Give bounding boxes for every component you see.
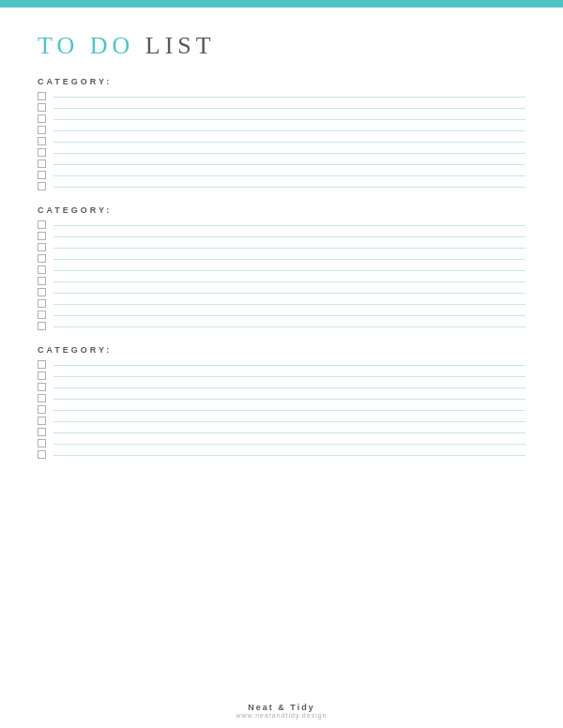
todo-line xyxy=(53,432,525,433)
checkbox[interactable] xyxy=(38,254,46,263)
checkbox[interactable] xyxy=(38,360,46,369)
checkbox[interactable] xyxy=(38,148,46,157)
todo-line xyxy=(53,421,525,422)
checkbox[interactable] xyxy=(38,171,46,179)
todo-item xyxy=(38,383,525,391)
todo-item xyxy=(38,137,525,145)
checkbox[interactable] xyxy=(38,220,46,229)
todo-item xyxy=(38,360,525,369)
checkbox[interactable] xyxy=(38,311,46,319)
checkbox[interactable] xyxy=(38,322,46,330)
todo-line xyxy=(53,97,525,98)
todo-line xyxy=(53,281,525,282)
category-section-2: CATEGORY: xyxy=(38,205,525,330)
todo-line xyxy=(53,187,525,188)
checkbox[interactable] xyxy=(38,417,46,425)
todo-line xyxy=(53,387,525,388)
checkbox[interactable] xyxy=(38,277,46,285)
todo-item xyxy=(38,311,525,319)
todo-item xyxy=(38,417,525,425)
todo-line xyxy=(53,270,525,271)
todo-item xyxy=(38,220,525,229)
todo-item xyxy=(38,322,525,330)
checkbox[interactable] xyxy=(38,405,46,414)
checkbox[interactable] xyxy=(38,394,46,402)
checkbox[interactable] xyxy=(38,428,46,436)
todo-item xyxy=(38,288,525,296)
page-content: TO DO LIST CATEGORY: CATEGORY: CATEGORY: xyxy=(0,8,563,489)
todo-line xyxy=(53,410,525,411)
checkbox[interactable] xyxy=(38,288,46,296)
todo-item xyxy=(38,182,525,190)
checkbox[interactable] xyxy=(38,299,46,308)
checkbox[interactable] xyxy=(38,383,46,391)
checkbox[interactable] xyxy=(38,159,46,168)
checkbox[interactable] xyxy=(38,450,46,459)
todo-line xyxy=(53,315,525,316)
category-label-2: CATEGORY: xyxy=(38,205,525,215)
todo-item xyxy=(38,254,525,263)
page-title: TO DO LIST xyxy=(38,32,525,60)
todo-line xyxy=(53,175,525,176)
checkbox[interactable] xyxy=(38,137,46,145)
todo-item xyxy=(38,439,525,447)
todo-item xyxy=(38,277,525,285)
todo-line xyxy=(53,326,525,327)
todo-item xyxy=(38,243,525,251)
footer-brand: Neat & Tidy xyxy=(0,703,563,712)
title-list: LIST xyxy=(134,32,215,59)
category-label-1: CATEGORY: xyxy=(38,77,525,86)
todo-line xyxy=(53,164,525,165)
footer-url: www.neatandtidy.design xyxy=(0,712,563,719)
todo-line xyxy=(53,225,525,226)
todo-line xyxy=(53,365,525,366)
todo-item xyxy=(38,171,525,179)
checkbox[interactable] xyxy=(38,372,46,380)
todo-line xyxy=(53,376,525,377)
checkbox[interactable] xyxy=(38,182,46,190)
todo-line xyxy=(53,444,525,445)
todo-item xyxy=(38,148,525,157)
todo-line xyxy=(53,304,525,305)
todo-item xyxy=(38,405,525,414)
todo-item xyxy=(38,394,525,402)
todo-line xyxy=(53,108,525,109)
top-bar xyxy=(0,0,563,8)
todo-line xyxy=(53,142,525,143)
todo-line xyxy=(53,455,525,456)
todo-item xyxy=(38,103,525,112)
todo-item xyxy=(38,299,525,308)
todo-item xyxy=(38,232,525,240)
todo-line xyxy=(53,293,525,294)
footer: Neat & Tidy www.neatandtidy.design xyxy=(0,703,563,719)
todo-item xyxy=(38,114,525,123)
category-section-3: CATEGORY: xyxy=(38,345,525,459)
todo-item xyxy=(38,159,525,168)
todo-line xyxy=(53,119,525,120)
todo-item xyxy=(38,428,525,436)
category-section-1: CATEGORY: xyxy=(38,77,525,190)
todo-item xyxy=(38,372,525,380)
todo-item xyxy=(38,450,525,459)
todo-line xyxy=(53,236,525,237)
todo-line xyxy=(53,399,525,400)
checkbox[interactable] xyxy=(38,92,46,100)
checkbox[interactable] xyxy=(38,439,46,447)
checkbox[interactable] xyxy=(38,114,46,123)
checkbox[interactable] xyxy=(38,126,46,134)
todo-line xyxy=(53,153,525,154)
title-todo: TO DO xyxy=(38,32,134,59)
checkbox[interactable] xyxy=(38,232,46,240)
checkbox[interactable] xyxy=(38,243,46,251)
checkbox[interactable] xyxy=(38,103,46,112)
todo-line xyxy=(53,130,525,131)
todo-item xyxy=(38,265,525,274)
checkbox[interactable] xyxy=(38,265,46,274)
todo-item xyxy=(38,92,525,100)
category-label-3: CATEGORY: xyxy=(38,345,525,355)
todo-line xyxy=(53,248,525,249)
todo-line xyxy=(53,259,525,260)
todo-item xyxy=(38,126,525,134)
